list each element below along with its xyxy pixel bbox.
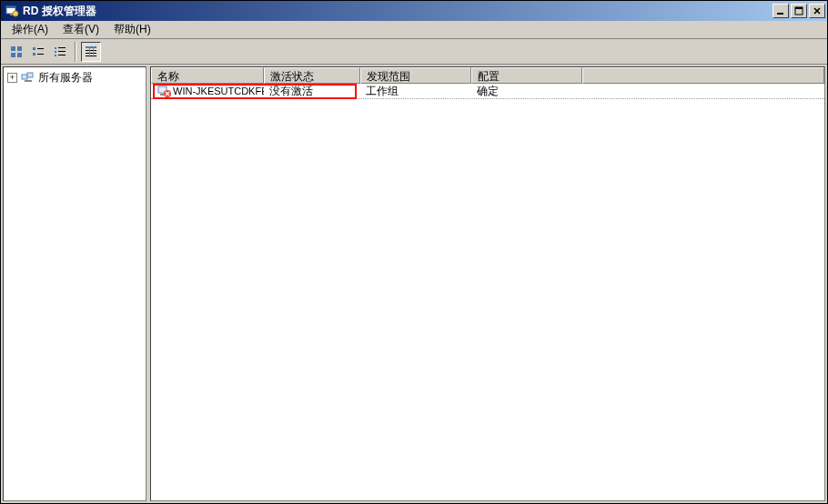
- cell-scope: 工作组: [360, 84, 471, 99]
- cell-activation: 没有激活: [264, 84, 360, 99]
- minimize-button[interactable]: [772, 4, 789, 18]
- svg-rect-10: [17, 53, 22, 57]
- app-window: RD 授权管理器 操作(A) 查看(V) 帮助(H): [0, 0, 828, 504]
- svg-rect-26: [93, 46, 94, 57]
- svg-point-3: [13, 11, 18, 16]
- window-title: RD 授权管理器: [23, 4, 771, 19]
- tree-node-label: 所有服务器: [38, 70, 93, 86]
- toolbar-separator: [75, 42, 76, 62]
- menu-view[interactable]: 查看(V): [56, 20, 106, 39]
- menu-bar: 操作(A) 查看(V) 帮助(H): [1, 21, 827, 39]
- col-head-fill: [582, 67, 824, 84]
- col-head-scope[interactable]: 发现范围: [360, 67, 471, 84]
- svg-rect-27: [22, 75, 27, 79]
- cell-name: WIN-JKESUTCDKFE: [151, 85, 264, 97]
- window-controls: [771, 4, 827, 18]
- svg-rect-9: [11, 53, 15, 57]
- tree-expand-icon[interactable]: +: [7, 73, 17, 83]
- list-view[interactable]: 名称 激活状态 发现范围 配置: [150, 66, 825, 501]
- svg-rect-19: [55, 55, 56, 56]
- list-row[interactable]: WIN-JKESUTCDKFE 没有激活 工作组 确定: [151, 84, 824, 99]
- svg-rect-17: [55, 51, 56, 53]
- server-error-icon: [157, 85, 171, 97]
- toolbar-list[interactable]: [50, 42, 70, 62]
- svg-rect-23: [86, 53, 96, 54]
- svg-rect-7: [11, 46, 15, 51]
- svg-rect-25: [89, 46, 90, 57]
- svg-rect-22: [86, 50, 96, 51]
- col-head-activation[interactable]: 激活状态: [264, 67, 360, 84]
- list-body: WIN-JKESUTCDKFE 没有激活 工作组 确定: [151, 84, 824, 500]
- svg-rect-12: [37, 48, 44, 49]
- svg-rect-14: [37, 54, 44, 55]
- svg-rect-16: [58, 47, 66, 48]
- svg-rect-6: [795, 7, 803, 9]
- svg-rect-21: [86, 46, 96, 48]
- toolbar-small-icons[interactable]: [28, 42, 48, 62]
- svg-rect-11: [33, 47, 35, 50]
- cell-name-text: WIN-JKESUTCDKFE: [173, 86, 264, 96]
- maximize-button[interactable]: [791, 4, 807, 18]
- svg-rect-4: [777, 13, 783, 15]
- svg-rect-15: [55, 47, 56, 49]
- cell-config: 确定: [471, 84, 582, 99]
- svg-rect-28: [27, 73, 33, 77]
- col-head-config[interactable]: 配置: [471, 67, 582, 84]
- title-bar: RD 授权管理器: [1, 1, 827, 21]
- svg-rect-13: [33, 53, 35, 55]
- menu-help[interactable]: 帮助(H): [106, 20, 158, 39]
- column-headers: 名称 激活状态 发现范围 配置: [151, 67, 824, 84]
- svg-rect-8: [17, 46, 22, 51]
- tree-node-all-servers[interactable]: + 所有服务器: [5, 69, 144, 86]
- svg-rect-20: [58, 55, 66, 55]
- toolbar: [1, 39, 827, 65]
- svg-rect-29: [25, 80, 32, 82]
- col-head-name[interactable]: 名称: [151, 67, 264, 84]
- servers-icon: [21, 70, 35, 85]
- close-button[interactable]: [809, 4, 825, 18]
- toolbar-large-icons[interactable]: [6, 42, 26, 62]
- toolbar-details[interactable]: [81, 42, 101, 62]
- tree-view[interactable]: + 所有服务器: [3, 66, 146, 501]
- svg-rect-18: [58, 51, 66, 52]
- app-icon: [5, 4, 19, 18]
- svg-rect-1: [6, 6, 15, 8]
- content-area: + 所有服务器 名称 激活状态 发现范围 配置: [1, 65, 827, 503]
- svg-rect-24: [86, 55, 96, 56]
- menu-action[interactable]: 操作(A): [5, 20, 56, 39]
